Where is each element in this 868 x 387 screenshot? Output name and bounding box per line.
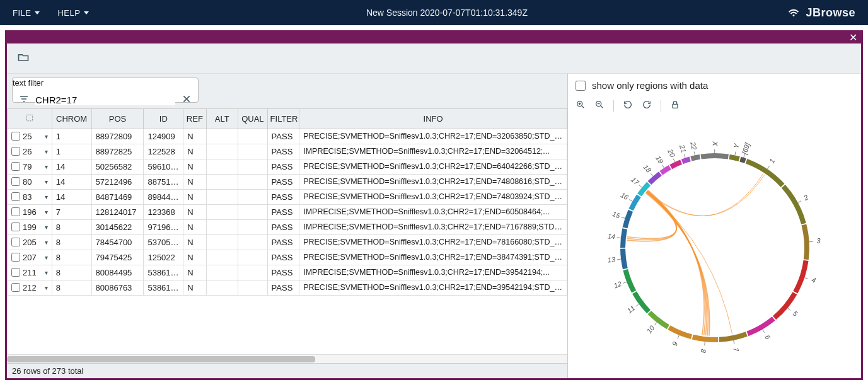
col-pos[interactable]: POS <box>91 108 144 129</box>
col-ref[interactable]: REF <box>183 108 206 129</box>
circos-chord[interactable] <box>647 190 705 335</box>
circos-chrom-arc[interactable] <box>739 156 746 163</box>
table-row[interactable]: 26▾188972825122528NPASSIMPRECISE;SVMETHO… <box>8 144 567 159</box>
row-checkbox[interactable] <box>11 283 20 292</box>
cell-id: 53861_1 <box>144 265 183 280</box>
col-filter[interactable]: FILTER <box>267 108 299 129</box>
cell-id: 97196_1 <box>144 219 183 234</box>
circos-chrom-arc[interactable] <box>659 165 671 175</box>
cell-ref: N <box>183 250 206 265</box>
row-checkbox[interactable] <box>11 192 20 201</box>
row-checkbox[interactable] <box>11 253 20 262</box>
svg-line-12 <box>704 342 705 345</box>
rotate-cw-icon[interactable] <box>642 100 652 112</box>
table-row[interactable]: 80▾145721249688751_1NPASSPRECISE;SVMETHO… <box>8 174 567 189</box>
scrollbar-thumb[interactable] <box>7 356 315 362</box>
cell-alt <box>206 280 238 295</box>
svg-line-23 <box>662 165 664 168</box>
circos-chrom-arc[interactable] <box>669 159 682 169</box>
col-info[interactable]: INFO <box>299 108 567 129</box>
circos-chrom-arc[interactable] <box>793 260 808 293</box>
row-checkbox[interactable] <box>11 132 20 141</box>
folder-open-icon[interactable] <box>17 51 30 66</box>
table-scroll[interactable]: CHROM POS ID REF ALT QUAL FILTER INFO 25… <box>7 108 567 355</box>
chevron-down-icon[interactable]: ▾ <box>45 209 48 216</box>
cell-chrom: 8 <box>52 234 91 250</box>
circos-chrom-arc[interactable] <box>681 156 690 164</box>
table-row[interactable]: 207▾879475425125022NPASSPRECISE;SVMETHOD… <box>8 250 567 265</box>
circos-canvas[interactable]: 12345678910111213141516171819202122XY[69… <box>568 117 861 378</box>
table-row[interactable]: 25▾188972809124909NPASSPRECISE;SVMETHOD=… <box>8 129 567 144</box>
table-row[interactable]: 211▾88008449553861_1NPASSIMPRECISE;SVMET… <box>8 265 567 280</box>
circos-chrom-arc[interactable] <box>801 224 809 260</box>
chevron-down-icon[interactable]: ▾ <box>45 163 48 170</box>
table-row[interactable]: 199▾83014562297196_1NPASSIMPRECISE;SVMET… <box>8 219 567 234</box>
row-checkbox[interactable] <box>11 177 20 186</box>
show-only-data-checkbox[interactable] <box>576 81 586 91</box>
chevron-down-icon[interactable]: ▾ <box>45 148 48 155</box>
circos-chrom-arc[interactable] <box>729 154 739 161</box>
row-checkbox[interactable] <box>11 207 20 216</box>
select-all-header[interactable] <box>8 108 52 129</box>
cell-info: IMPRECISE;SVMETHOD=Snifflesv1.0.3;CHR2=1… <box>299 144 567 159</box>
svg-line-13 <box>677 335 678 338</box>
filter-icon[interactable] <box>19 94 29 106</box>
col-id[interactable]: ID <box>144 108 183 129</box>
col-qual[interactable]: QUAL <box>238 108 268 129</box>
cell-filter: PASS <box>267 204 299 219</box>
circos-chrom-arc[interactable] <box>700 153 728 159</box>
lock-icon[interactable] <box>670 100 680 112</box>
cell-alt <box>206 219 238 234</box>
menu-help[interactable]: HELP <box>57 8 89 18</box>
row-checkbox[interactable] <box>11 238 20 246</box>
chevron-down-icon[interactable]: ▾ <box>45 269 48 276</box>
svg-line-22 <box>651 173 653 176</box>
rotate-ccw-icon[interactable] <box>623 100 633 112</box>
cell-id: 53705_1 <box>144 234 183 250</box>
chevron-down-icon[interactable]: ▾ <box>45 254 48 261</box>
horizontal-scrollbar[interactable] <box>7 354 567 363</box>
row-checkbox[interactable] <box>11 268 20 277</box>
chevron-down-icon[interactable]: ▾ <box>45 133 48 140</box>
circos-chrom-arc[interactable] <box>746 316 775 336</box>
svg-line-26 <box>694 151 695 155</box>
chevron-down-icon[interactable]: ▾ <box>45 224 48 231</box>
circos-chrom-arc[interactable] <box>690 154 700 161</box>
table-row[interactable]: 212▾88008676353861_1NPASSPRECISE;SVMETHO… <box>8 280 567 295</box>
table-row[interactable]: 79▾145025658259610_3NPASSPRECISE;SVMETHO… <box>8 159 567 174</box>
circos-chrom-label: 18 <box>642 163 653 174</box>
chevron-down-icon[interactable]: ▾ <box>45 193 48 200</box>
circos-chrom-arc[interactable] <box>620 248 628 269</box>
row-checkbox[interactable] <box>11 147 20 156</box>
close-icon[interactable] <box>182 94 192 106</box>
cell-pos: 84871469 <box>91 189 144 204</box>
circos-chrom-label: 19 <box>654 154 665 165</box>
circos-chrom-arc[interactable] <box>692 334 717 342</box>
chevron-down-icon[interactable]: ▾ <box>45 178 48 185</box>
close-icon[interactable]: ✕ <box>849 33 857 43</box>
circos-chrom-arc[interactable] <box>668 325 692 339</box>
col-chrom[interactable]: CHROM <box>52 108 91 129</box>
circos-chrom-arc[interactable] <box>647 171 661 185</box>
circos-chrom-arc[interactable] <box>622 209 632 228</box>
table-row[interactable]: 83▾148487146989844_3NPASSPRECISE;SVMETHO… <box>8 189 567 204</box>
table-row[interactable]: 205▾87845470053705_1NPASSPRECISE;SVMETHO… <box>8 234 567 250</box>
row-checkbox[interactable] <box>11 222 20 231</box>
menu-file[interactable]: FILE <box>13 8 40 18</box>
circos-chrom-arc[interactable] <box>620 228 627 248</box>
circos-chord[interactable] <box>647 190 703 335</box>
table-row[interactable]: 196▾7128124017123368NPASSIMPRECISE;SVMET… <box>8 204 567 219</box>
chevron-down-icon[interactable]: ▾ <box>45 239 48 246</box>
circos-chrom-arc[interactable] <box>781 184 806 224</box>
circos-chord[interactable] <box>645 193 709 336</box>
chevron-down-icon[interactable]: ▾ <box>45 284 48 291</box>
col-alt[interactable]: ALT <box>206 108 238 129</box>
zoom-out-icon[interactable] <box>594 100 605 112</box>
filter-input[interactable] <box>35 95 175 105</box>
zoom-in-icon[interactable] <box>576 100 586 112</box>
circos-chrom-arc[interactable] <box>745 159 784 187</box>
row-checkbox[interactable] <box>11 162 20 171</box>
circos-chrom-arc[interactable] <box>628 194 640 211</box>
circos-chrom-arc[interactable] <box>719 332 747 342</box>
circos-chrom-arc[interactable] <box>623 269 636 293</box>
